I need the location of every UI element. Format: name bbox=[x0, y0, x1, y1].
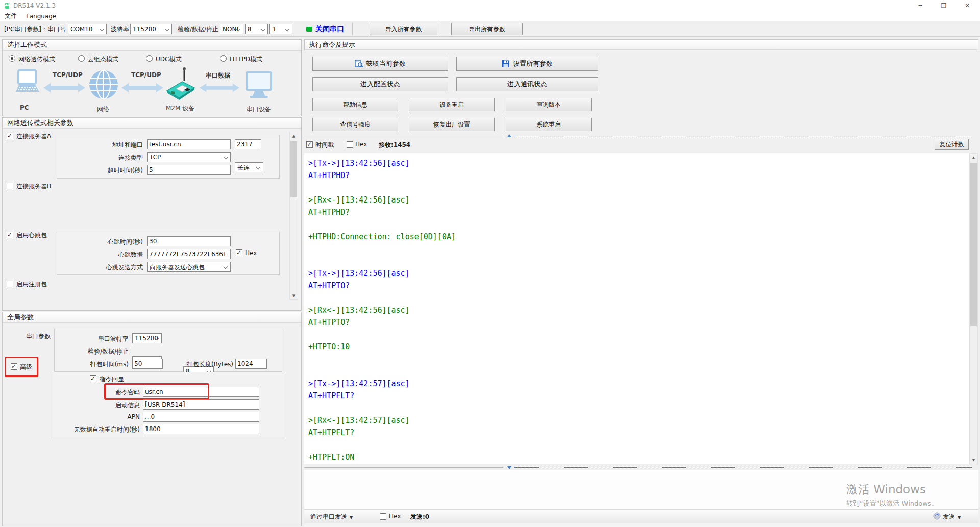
log-line bbox=[308, 353, 456, 365]
auto-restart-input[interactable] bbox=[143, 424, 259, 434]
log-line: >[Rx<-][13:42:57][asc] bbox=[308, 414, 456, 426]
system-reboot-button[interactable]: 系统重启 bbox=[506, 118, 592, 131]
boot-msg-label: 启动信息 bbox=[53, 401, 140, 410]
heartbeat-data-input[interactable] bbox=[147, 249, 231, 259]
enter-config-button[interactable]: 进入配置状态 bbox=[312, 77, 448, 91]
log-scroll-up-icon[interactable]: ▲ bbox=[970, 154, 977, 161]
pack-time-input[interactable] bbox=[132, 359, 163, 369]
send-via-serial-button[interactable]: 通过串口发送▼ bbox=[310, 513, 353, 521]
databits-select[interactable]: 8 bbox=[245, 24, 268, 34]
server-b-checkbox[interactable] bbox=[7, 183, 13, 189]
log-line bbox=[308, 402, 456, 414]
reset-count-button[interactable]: 复位计数 bbox=[935, 139, 969, 150]
global-params-title: 全局参数 bbox=[3, 312, 301, 323]
net-params-scrollbar[interactable]: ▲ ▼ bbox=[289, 132, 298, 300]
timestamp-checkbox[interactable] bbox=[306, 141, 313, 148]
heartbeat-checkbox[interactable] bbox=[7, 232, 13, 238]
scrollbar-thumb[interactable] bbox=[290, 141, 297, 197]
addr-port-label: 地址和端口 bbox=[57, 141, 143, 149]
enter-comm-button[interactable]: 进入通讯状态 bbox=[456, 77, 598, 91]
server-a-port-input[interactable] bbox=[235, 139, 261, 149]
node-label-pc: PC bbox=[20, 104, 29, 111]
log-hex-checkbox[interactable] bbox=[347, 141, 353, 148]
m2m-device-icon bbox=[165, 66, 197, 103]
timeout-input[interactable] bbox=[147, 165, 231, 175]
send-via-caret-icon: ▼ bbox=[350, 515, 353, 520]
send-button[interactable]: 发送▼ bbox=[943, 513, 961, 521]
log-scrollbar-thumb[interactable] bbox=[970, 163, 977, 326]
parity-label: 检验/数据/停止 bbox=[178, 25, 218, 34]
log-line: +HTPTO:10 bbox=[308, 341, 456, 353]
conn-type-select[interactable]: TCP bbox=[147, 152, 231, 162]
log-line bbox=[308, 329, 456, 341]
log-line: +HTPHD:Connection: close[0D][0A] bbox=[308, 231, 456, 243]
heartbeat-hex-checkbox[interactable] bbox=[236, 249, 242, 256]
timestamp-label: 时间戳 bbox=[315, 141, 334, 149]
menu-language[interactable]: Language bbox=[21, 13, 61, 20]
server-a-group: 地址和端口 连接类型 TCP 长连 超时时间(秒) bbox=[57, 135, 280, 179]
radio-httpd[interactable] bbox=[220, 55, 227, 62]
echo-checkbox[interactable] bbox=[90, 375, 96, 382]
log-lines: >[Tx->][13:42:56][asc]AT+HTPHD? >[Rx<-][… bbox=[308, 157, 456, 463]
server-a-checkbox[interactable] bbox=[7, 133, 13, 139]
log-scroll-down-icon[interactable]: ▼ bbox=[970, 456, 977, 464]
parity-select[interactable]: NONI bbox=[220, 24, 243, 34]
log-line: AT+HTPFLT? bbox=[308, 390, 456, 402]
radio-cloud[interactable] bbox=[78, 55, 85, 62]
node-label-serial-device: 串口设备 bbox=[247, 105, 271, 114]
maximize-button[interactable]: ❐ bbox=[932, 0, 955, 11]
query-version-button[interactable]: 查询版本 bbox=[506, 98, 592, 111]
radio-net-transparent[interactable] bbox=[9, 55, 15, 62]
minimize-button[interactable]: ─ bbox=[909, 0, 932, 11]
scroll-down-icon[interactable]: ▼ bbox=[290, 292, 298, 299]
sent-count: 发送:0 bbox=[410, 513, 429, 521]
radio-udc-label: UDC模式 bbox=[156, 55, 181, 64]
conn-mode-select[interactable]: 长连 bbox=[235, 162, 263, 172]
get-params-button[interactable]: 获取当前参数 bbox=[312, 57, 448, 71]
close-button[interactable]: ✕ bbox=[955, 0, 979, 11]
server-a-address-input[interactable] bbox=[147, 139, 231, 149]
com-port-select[interactable]: COM10 bbox=[68, 24, 107, 34]
scroll-up-icon[interactable]: ▲ bbox=[290, 132, 298, 140]
radio-udc[interactable] bbox=[146, 55, 153, 62]
pack-len-input[interactable] bbox=[235, 359, 267, 369]
gp-baud-select[interactable]: 115200 bbox=[132, 333, 162, 343]
send-hex-checkbox[interactable] bbox=[380, 513, 386, 520]
log-line bbox=[308, 439, 456, 451]
timeout-label: 超时时间(秒) bbox=[57, 166, 143, 175]
log-line: AT+HTPHD? bbox=[308, 169, 456, 182]
log-top-splitter[interactable] bbox=[304, 134, 975, 138]
baud-select[interactable]: 115200 bbox=[130, 24, 172, 34]
toolbar-separator bbox=[352, 23, 353, 35]
signal-strength-button[interactable]: 查信号强度 bbox=[312, 118, 398, 131]
stopbits-select[interactable]: 1 bbox=[270, 24, 292, 34]
set-params-button[interactable]: 设置所有参数 bbox=[456, 57, 598, 71]
heartbeat-mode-select[interactable]: 向服务器发送心跳包 bbox=[147, 262, 231, 272]
splitter-down-icon bbox=[507, 466, 511, 469]
export-params-button[interactable]: 导出所有参数 bbox=[451, 23, 523, 35]
log-line bbox=[308, 365, 456, 378]
menu-file[interactable]: 文件 bbox=[0, 12, 21, 20]
factory-reset-button[interactable]: 恢复出厂设置 bbox=[409, 118, 495, 131]
cmd-pwd-highlight-box bbox=[104, 383, 209, 400]
close-port-button[interactable]: 关闭串口 bbox=[306, 21, 344, 37]
apn-input[interactable] bbox=[143, 412, 259, 422]
boot-msg-input[interactable] bbox=[143, 399, 259, 410]
register-checkbox[interactable] bbox=[7, 281, 13, 287]
device-reboot-button[interactable]: 设备重启 bbox=[409, 98, 495, 111]
arrow-icon-1 bbox=[43, 82, 85, 95]
pack-len-label: 打包长度(Bytes) bbox=[181, 360, 233, 369]
log-line bbox=[308, 292, 456, 304]
import-params-button[interactable]: 导入所有参数 bbox=[370, 23, 437, 35]
link-label-tcp1: TCP/UDP bbox=[53, 71, 83, 79]
log-bottom-splitter[interactable] bbox=[304, 465, 975, 470]
help-info-button[interactable]: 帮助信息 bbox=[312, 98, 398, 111]
heartbeat-label: 启用心跳包 bbox=[16, 231, 47, 240]
log-area[interactable]: >[Tx->][13:42:56][asc]AT+HTPHD? >[Rx<-][… bbox=[304, 153, 969, 464]
advanced-checkbox[interactable] bbox=[11, 363, 17, 370]
heartbeat-time-input[interactable] bbox=[147, 236, 231, 246]
log-scrollbar[interactable]: ▲ ▼ bbox=[969, 153, 978, 464]
heartbeat-hex-label: Hex bbox=[245, 249, 257, 257]
send-bar: 通过串口发送▼ Hex 发送:0 发送▼ bbox=[304, 509, 978, 523]
radio-httpd-label: HTTPD模式 bbox=[230, 55, 262, 64]
